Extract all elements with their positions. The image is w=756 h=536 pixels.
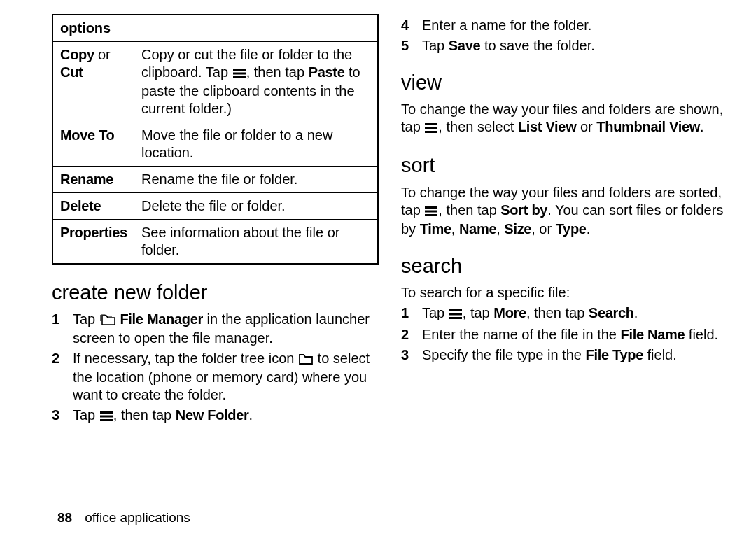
search-heading: search xyxy=(401,253,728,278)
list-item: Tap , then tap New Folder. xyxy=(52,407,379,425)
search-steps: Tap , tap More, then tap Search. Enter t… xyxy=(401,304,728,364)
table-row: Properties See information about the fil… xyxy=(52,220,378,265)
table-row: Copy or Cut Copy or cut the file or fold… xyxy=(52,42,378,122)
left-column: options Copy or Cut Copy or cut the file… xyxy=(52,14,379,501)
table-row: Delete Delete the file or folder. xyxy=(52,193,378,220)
sort-paragraph: To change the way your files and folders… xyxy=(401,184,728,238)
list-item: Tap , tap More, then tap Search. xyxy=(401,304,728,323)
page-footer: 88office applications xyxy=(57,509,190,526)
list-item: Tap Save to save the folder. xyxy=(401,37,728,55)
view-paragraph: To change the way your files and folders… xyxy=(401,101,728,137)
list-item: If necessary, tap the folder tree icon t… xyxy=(52,350,379,404)
opt-desc-move: Move the file or folder to a new locatio… xyxy=(134,122,378,167)
page-number: 88 xyxy=(57,510,72,525)
create-steps: Tap File Manager in the application laun… xyxy=(52,311,379,425)
folder-icon xyxy=(299,351,313,369)
list-item: Tap File Manager in the application laun… xyxy=(52,311,379,347)
list-item: Specify the file type in the File Type f… xyxy=(401,346,728,364)
search-intro: To search for a specific file: xyxy=(401,284,728,302)
opt-name-properties: Properties xyxy=(52,220,134,265)
opt-name-rename: Rename xyxy=(52,167,134,193)
menu-icon xyxy=(100,408,113,425)
opt-desc-properties: See information about the file or folder… xyxy=(134,220,378,265)
options-header: options xyxy=(52,15,378,42)
create-steps-cont: Enter a name for the folder. Tap Save to… xyxy=(401,17,728,55)
options-table: options Copy or Cut Copy or cut the file… xyxy=(52,14,379,265)
create-new-folder-heading: create new folder xyxy=(52,280,379,305)
right-column: Enter a name for the folder. Tap Save to… xyxy=(401,14,728,501)
view-heading: view xyxy=(401,70,728,95)
opt-name-delete: Delete xyxy=(52,193,134,220)
manual-page: options Copy or Cut Copy or cut the file… xyxy=(0,0,756,508)
opt-name-copy-cut: Copy or Cut xyxy=(52,42,134,122)
opt-name-move: Move To xyxy=(52,122,134,167)
menu-icon xyxy=(425,203,438,220)
sort-heading: sort xyxy=(401,153,728,178)
list-item: Enter a name for the folder. xyxy=(401,17,728,34)
list-item: Enter the name of the file in the File N… xyxy=(401,326,728,344)
menu-icon xyxy=(233,65,246,83)
opt-desc-delete: Delete the file or folder. xyxy=(134,193,378,220)
opt-desc-rename: Rename the file or folder. xyxy=(134,167,378,193)
opt-desc-copy-cut: Copy or cut the file or folder to the cl… xyxy=(134,42,378,122)
table-row: Rename Rename the file or folder. xyxy=(52,167,378,193)
table-row: Move To Move the file or folder to a new… xyxy=(52,122,378,167)
file-manager-icon xyxy=(100,312,115,330)
menu-icon xyxy=(449,306,462,323)
menu-icon xyxy=(425,120,438,137)
footer-label: office applications xyxy=(85,510,190,525)
